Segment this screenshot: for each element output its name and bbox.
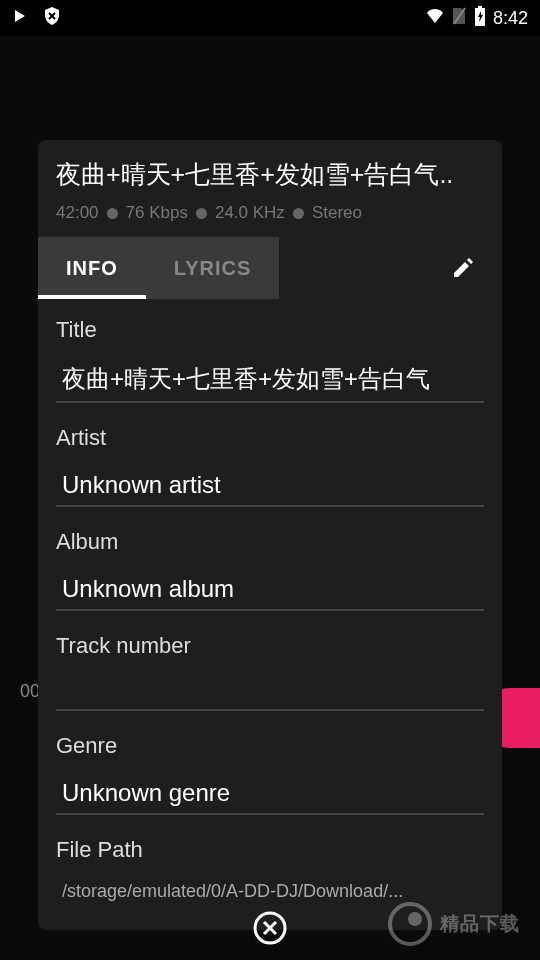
dialog-meta: 42:00 76 Kbps 24.0 KHz Stereo — [56, 203, 484, 223]
meta-duration: 42:00 — [56, 203, 99, 223]
artist-value[interactable]: Unknown artist — [56, 469, 484, 507]
wifi-icon — [425, 7, 445, 30]
status-time: 8:42 — [493, 8, 528, 29]
album-label: Album — [56, 529, 484, 555]
meta-dot-icon — [293, 208, 304, 219]
meta-dot-icon — [196, 208, 207, 219]
track-number-value[interactable] — [56, 677, 484, 711]
pencil-icon — [451, 256, 475, 280]
dialog-header: 夜曲+晴天+七里香+发如雪+告白气.. 42:00 76 Kbps 24.0 K… — [38, 140, 502, 237]
meta-samplerate: 24.0 KHz — [215, 203, 285, 223]
meta-bitrate: 76 Kbps — [126, 203, 188, 223]
shield-icon — [42, 6, 62, 31]
meta-dot-icon — [107, 208, 118, 219]
dialog-title: 夜曲+晴天+七里香+发如雪+告白气.. — [56, 158, 484, 191]
track-info-dialog: 夜曲+晴天+七里香+发如雪+告白气.. 42:00 76 Kbps 24.0 K… — [38, 140, 502, 930]
genre-label: Genre — [56, 733, 484, 759]
genre-value[interactable]: Unknown genre — [56, 777, 484, 815]
tab-lyrics[interactable]: LYRICS — [146, 237, 280, 299]
title-value[interactable]: 夜曲+晴天+七里香+发如雪+告白气 — [56, 361, 484, 403]
svg-rect-2 — [478, 6, 482, 8]
tab-row: INFO LYRICS — [38, 237, 502, 299]
file-path-value: /storage/emulated/0/A-DD-DJ/Download/... — [56, 881, 484, 902]
tab-info[interactable]: INFO — [38, 237, 146, 299]
title-label: Title — [56, 317, 484, 343]
watermark: 精品下载 — [388, 902, 520, 946]
artist-label: Artist — [56, 425, 484, 451]
sim-icon — [451, 6, 467, 31]
meta-channels: Stereo — [312, 203, 362, 223]
album-value[interactable]: Unknown album — [56, 573, 484, 611]
watermark-text: 精品下载 — [440, 911, 520, 937]
battery-charge-icon — [473, 5, 487, 32]
track-number-label: Track number — [56, 633, 484, 659]
close-button[interactable] — [252, 910, 288, 946]
file-path-label: File Path — [56, 837, 484, 863]
edit-button[interactable] — [438, 243, 488, 293]
close-icon — [252, 910, 288, 946]
watermark-logo-icon — [388, 902, 432, 946]
status-bar: 8:42 — [0, 0, 540, 36]
play-icon — [12, 8, 28, 29]
dialog-content: Title 夜曲+晴天+七里香+发如雪+告白气 Artist Unknown a… — [38, 299, 502, 930]
